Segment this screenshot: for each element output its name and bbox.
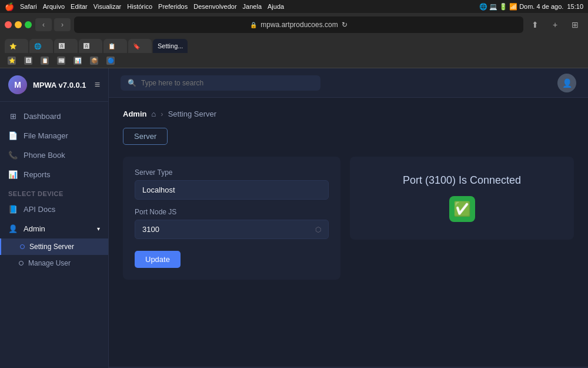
sidebar-label-reports: Reports bbox=[24, 170, 51, 179]
apple-icon[interactable]: 🍎 bbox=[5, 2, 14, 11]
status-panel: Port (3100) Is Connected ✅ bbox=[350, 157, 574, 240]
server-type-field[interactable] bbox=[142, 185, 321, 194]
tab-5[interactable]: 📋 bbox=[103, 39, 127, 53]
port-spinner-icon[interactable]: ⬡ bbox=[315, 226, 321, 234]
status-check-icon: ✅ bbox=[449, 196, 475, 222]
dashboard-icon: ⊞ bbox=[8, 112, 18, 121]
bookmark-icon-5: 📊 bbox=[74, 57, 82, 65]
server-type-input[interactable] bbox=[135, 180, 329, 200]
sidebar-item-api-docs[interactable]: 📘 API Docs bbox=[0, 200, 108, 219]
server-type-group: Server Type bbox=[135, 168, 329, 200]
sidebar-item-reports[interactable]: 📊 Reports bbox=[0, 165, 108, 184]
mac-topbar: 🍎 Safari Arquivo Editar Visualizar Histó… bbox=[0, 0, 588, 13]
page-body: Admin ⌂ › Setting Server Server Server T… bbox=[109, 98, 588, 367]
avatar[interactable]: 👤 bbox=[557, 74, 576, 92]
maximize-window-button[interactable] bbox=[25, 21, 32, 28]
forward-button[interactable]: › bbox=[54, 18, 71, 31]
status-text: Port (3100) Is Connected bbox=[403, 174, 521, 187]
hamburger-button[interactable]: ≡ bbox=[95, 79, 100, 90]
menu-historico[interactable]: Histórico bbox=[127, 3, 152, 10]
main-content: 🔍 👤 Admin ⌂ › Setting Server Server Serv… bbox=[109, 68, 588, 368]
checkmark-icon: ✅ bbox=[453, 201, 471, 217]
mac-status-bar: 🌐 💻 🔋 📶 Dom. 4 de ago. 15:10 bbox=[479, 3, 583, 11]
active-tab[interactable]: Setting... bbox=[153, 39, 188, 53]
url-display: mpwa.artproducoes.com bbox=[260, 21, 338, 29]
menu-desenvolvedor[interactable]: Desenvolvedor bbox=[193, 3, 236, 10]
logo-text: M bbox=[14, 80, 21, 89]
bookmark-icon-1: ⭐ bbox=[8, 57, 16, 65]
breadcrumb-current: Setting Server bbox=[168, 110, 216, 118]
tab-2[interactable]: 🌐 bbox=[29, 39, 53, 53]
bookmark-3[interactable]: 📋 bbox=[38, 55, 52, 66]
share-button[interactable]: ⬆ bbox=[527, 18, 543, 31]
sidebar-item-manage-user[interactable]: Manage User bbox=[0, 255, 108, 271]
browser-tabs: ⭐ 🌐 🅰 🅰 📋 🔖 Setting... bbox=[5, 37, 583, 53]
select-device-label: Select Device bbox=[0, 184, 108, 200]
manage-user-dot-icon bbox=[19, 261, 24, 266]
file-manager-icon: 📄 bbox=[8, 131, 18, 140]
tab-6[interactable]: 🔖 bbox=[128, 39, 152, 53]
back-button[interactable]: ‹ bbox=[35, 18, 52, 31]
bookmark-2[interactable]: 🅰 bbox=[21, 55, 35, 66]
breadcrumb-home-icon[interactable]: ⌂ bbox=[151, 110, 156, 118]
port-label: Port Node JS bbox=[135, 208, 329, 216]
sidebar-toggle-button[interactable]: ⊞ bbox=[567, 18, 583, 31]
app-logo: M bbox=[8, 75, 27, 94]
tab-4[interactable]: 🅰 bbox=[79, 39, 102, 53]
new-tab-button[interactable]: + bbox=[547, 18, 563, 31]
menu-janela[interactable]: Janela bbox=[243, 3, 262, 10]
breadcrumb: Admin ⌂ › Setting Server bbox=[123, 110, 574, 118]
browser-toolbar: ‹ › 🔒 mpwa.artproducoes.com ↻ ⬆ + ⊞ bbox=[5, 16, 583, 33]
search-box[interactable]: 🔍 bbox=[121, 75, 320, 91]
close-window-button[interactable] bbox=[5, 21, 12, 28]
setting-server-dot-icon bbox=[20, 244, 25, 249]
bookmark-5[interactable]: 📊 bbox=[71, 55, 85, 66]
search-icon: 🔍 bbox=[128, 79, 136, 87]
bookmark-4[interactable]: 📰 bbox=[54, 55, 68, 66]
sidebar-item-file-manager[interactable]: 📄 File Manager bbox=[0, 126, 108, 145]
sidebar-item-phone-book[interactable]: 📞 Phone Book bbox=[0, 145, 108, 165]
sidebar: M MPWA v7.0.0.1 ≡ ⊞ Dashboard 📄 File Man… bbox=[0, 68, 109, 368]
bookmark-6[interactable]: 📦 bbox=[87, 55, 101, 66]
reload-icon[interactable]: ↻ bbox=[342, 21, 348, 29]
port-field[interactable] bbox=[142, 225, 315, 234]
sidebar-item-dashboard[interactable]: ⊞ Dashboard bbox=[0, 107, 108, 126]
bookmark-1[interactable]: ⭐ bbox=[5, 55, 19, 66]
api-docs-icon: 📘 bbox=[8, 205, 18, 214]
sidebar-label-file-manager: File Manager bbox=[24, 131, 68, 140]
sidebar-item-admin[interactable]: 👤 Admin ▾ bbox=[0, 219, 108, 238]
tab-1[interactable]: ⭐ bbox=[5, 39, 28, 53]
search-input[interactable] bbox=[141, 79, 313, 87]
menu-arquivo[interactable]: Arquivo bbox=[43, 3, 65, 10]
sidebar-label-api-docs: API Docs bbox=[24, 205, 55, 214]
port-group: Port Node JS ⬡ bbox=[135, 208, 329, 239]
minimize-window-button[interactable] bbox=[15, 21, 22, 28]
update-button[interactable]: Update bbox=[135, 251, 181, 268]
sidebar-label-admin: Admin bbox=[24, 224, 45, 233]
bookmark-icon-6: 📦 bbox=[90, 57, 98, 65]
active-tab-label: Setting... bbox=[158, 42, 183, 49]
menu-safari[interactable]: Safari bbox=[20, 3, 37, 10]
sidebar-label-manage-user: Manage User bbox=[28, 259, 71, 267]
address-bar[interactable]: 🔒 mpwa.artproducoes.com ↻ bbox=[74, 16, 523, 33]
menu-editar[interactable]: Editar bbox=[71, 3, 88, 10]
bookmark-7[interactable]: 🔵 bbox=[103, 55, 118, 66]
menu-visualizar[interactable]: Visualizar bbox=[93, 3, 122, 10]
menu-ajuda[interactable]: Ajuda bbox=[268, 3, 284, 10]
admin-submenu: Setting Server Manage User bbox=[0, 238, 108, 271]
sidebar-item-setting-server[interactable]: Setting Server bbox=[0, 238, 108, 255]
bookmark-icon-4: 📰 bbox=[57, 57, 65, 65]
sidebar-label-setting-server: Setting Server bbox=[29, 243, 74, 251]
ssl-lock-icon: 🔒 bbox=[250, 22, 257, 28]
tab-3[interactable]: 🅰 bbox=[54, 39, 78, 53]
mac-menu-bar: 🍎 Safari Arquivo Editar Visualizar Histó… bbox=[5, 2, 284, 11]
content-grid: Server Type Port Node JS ⬡ Update bbox=[123, 157, 574, 280]
server-tab-button[interactable]: Server bbox=[123, 128, 168, 145]
app-container: M MPWA v7.0.0.1 ≡ ⊞ Dashboard 📄 File Man… bbox=[0, 68, 588, 368]
reports-icon: 📊 bbox=[8, 170, 18, 179]
menu-preferidos[interactable]: Preferidos bbox=[158, 3, 188, 10]
main-topbar: 🔍 👤 bbox=[109, 68, 588, 98]
breadcrumb-separator: › bbox=[161, 110, 163, 118]
browser-actions: ⬆ + ⊞ bbox=[527, 18, 583, 31]
bookmark-icon-2: 🅰 bbox=[24, 57, 32, 65]
